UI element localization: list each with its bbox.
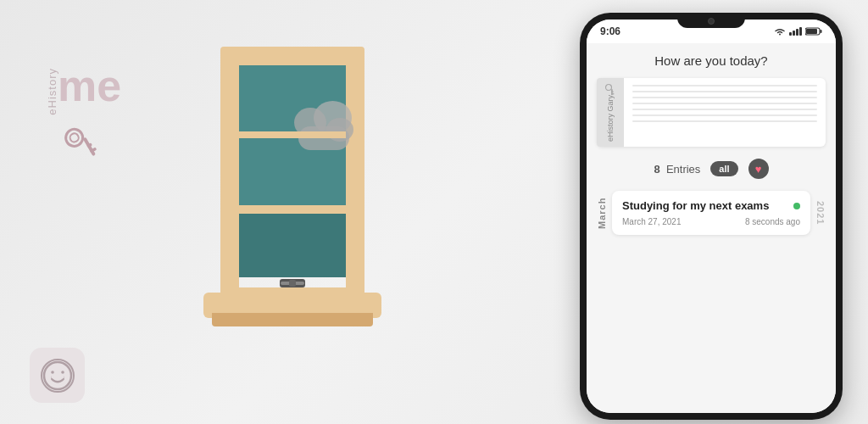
diary-line-6 xyxy=(632,114,817,116)
battery-icon xyxy=(805,27,822,36)
year-label: 2021 xyxy=(815,191,826,235)
svg-point-6 xyxy=(51,371,54,374)
entries-number: 8 xyxy=(654,163,659,176)
window-illustration xyxy=(203,47,381,326)
wifi-icon xyxy=(774,27,786,36)
diary-line-4 xyxy=(632,103,817,104)
phone-mockup: 9:06 xyxy=(580,13,843,420)
entry-time-ago: 8 seconds ago xyxy=(745,217,800,226)
phone-camera xyxy=(708,18,715,25)
svg-rect-11 xyxy=(821,30,822,33)
diary-line-1 xyxy=(632,85,817,86)
status-icons xyxy=(774,27,822,36)
svg-point-1 xyxy=(69,131,81,143)
window-divider xyxy=(239,205,346,214)
svg-point-0 xyxy=(63,126,86,148)
window-middle-bar xyxy=(239,131,346,138)
key-icon xyxy=(58,117,110,174)
diary-line-3 xyxy=(632,97,817,98)
filter-all-button[interactable]: all xyxy=(710,161,737,176)
signal-icon xyxy=(789,27,802,36)
logo-area: eHistory me xyxy=(47,68,121,170)
svg-point-7 xyxy=(61,371,64,374)
smiley-face-icon xyxy=(41,359,75,393)
filter-heart-button[interactable]: ♥ xyxy=(748,159,769,179)
entries-count-label: 8 Entries xyxy=(654,163,700,176)
logo-history-text: eHistory xyxy=(47,68,58,115)
entries-row: 8 Entries all ♥ xyxy=(597,159,826,179)
cloud-illustration xyxy=(290,108,358,150)
entry-card[interactable]: Studying for my next exams March 27, 202… xyxy=(612,191,810,235)
phone-screen: 9:06 xyxy=(587,20,836,413)
phone-notch xyxy=(677,13,745,28)
diary-lines xyxy=(624,78,826,147)
entry-status-dot xyxy=(793,203,800,209)
window-top-frame xyxy=(220,47,364,65)
entry-title: Studying for my next exams xyxy=(622,199,769,212)
svg-point-5 xyxy=(44,362,71,389)
phone-outer-body: 9:06 xyxy=(580,13,843,420)
smiley-box xyxy=(30,348,85,403)
diary-card[interactable]: eHistory Gary xyxy=(597,78,826,147)
entry-meta: March 27, 2021 8 seconds ago xyxy=(622,217,800,226)
entry-title-row: Studying for my next exams xyxy=(622,199,800,212)
svg-rect-12 xyxy=(806,29,817,34)
window-handle xyxy=(280,279,305,287)
diary-line-2 xyxy=(632,91,817,92)
logo-me-text: me xyxy=(58,64,121,108)
window-sill-bottom xyxy=(212,313,373,326)
diary-side-label: eHistory Gary xyxy=(606,95,615,142)
app-title: How are you today? xyxy=(597,53,826,68)
status-time: 9:06 xyxy=(600,25,620,37)
app-content: How are you today? eHistory Gary xyxy=(587,43,836,413)
diary-side-tab: eHistory Gary xyxy=(597,78,624,147)
window-glass-bottom xyxy=(239,214,346,277)
entries-text: Entries xyxy=(666,163,700,176)
window-side-left xyxy=(220,65,239,288)
entry-date: March 27, 2021 xyxy=(622,217,682,226)
svg-rect-16 xyxy=(611,92,614,93)
svg-point-13 xyxy=(606,85,612,91)
month-label: March xyxy=(597,191,607,235)
svg-rect-9 xyxy=(289,280,296,287)
entry-section: March Studying for my next exams March 2… xyxy=(597,191,826,235)
diary-key-icon xyxy=(604,83,616,95)
diary-line-5 xyxy=(632,109,817,110)
window-side-right xyxy=(346,65,364,288)
diary-line-7 xyxy=(632,120,817,122)
